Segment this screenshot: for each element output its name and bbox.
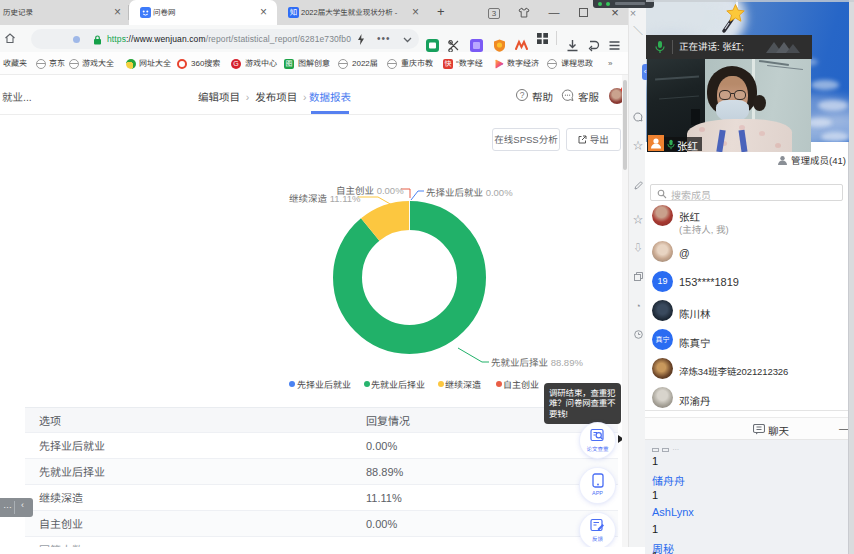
svg-text:知: 知 — [290, 7, 298, 17]
